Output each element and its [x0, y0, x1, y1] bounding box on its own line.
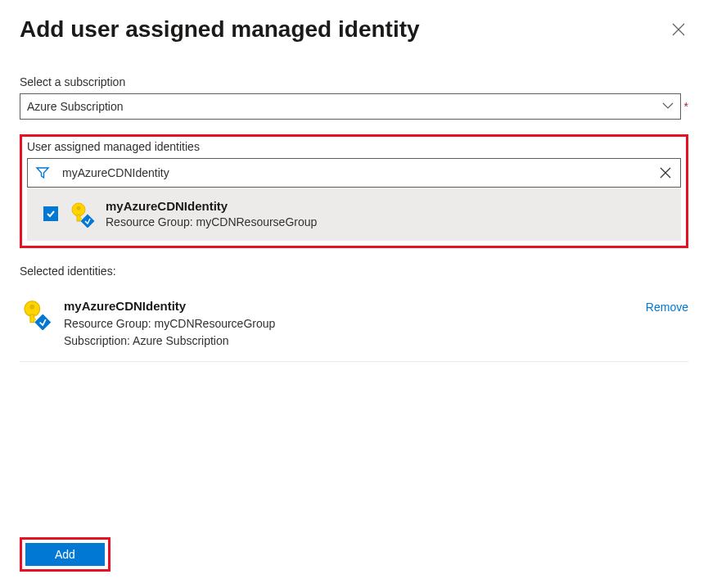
selected-info: myAzureCDNIdentity Resource Group: myCDN… [64, 297, 634, 351]
svg-rect-3 [79, 218, 82, 219]
svg-point-1 [77, 206, 81, 210]
footer: Add [20, 537, 110, 572]
managed-identity-icon [20, 297, 52, 330]
selected-section: Selected identities: myAzureCDNIdentity … [20, 265, 688, 363]
identities-highlight-box: User assigned managed identities myAzure… [20, 134, 688, 248]
filter-row [27, 158, 681, 188]
identity-info: myAzureCDNIdentity Resource Group: myCDN… [106, 197, 317, 231]
close-button[interactable] [669, 20, 688, 39]
subscription-dropdown[interactable]: Azure Subscription [20, 93, 681, 120]
svg-rect-4 [81, 215, 95, 228]
subscription-label: Select a subscription [20, 75, 688, 88]
selected-resource-group: Resource Group: myCDNResourceGroup [64, 315, 634, 332]
filter-input[interactable] [57, 166, 651, 179]
close-icon [660, 167, 671, 179]
selected-label: Selected identities: [20, 265, 688, 278]
check-icon [46, 209, 56, 219]
add-button[interactable]: Add [25, 543, 105, 566]
remove-button[interactable]: Remove [646, 301, 688, 314]
svg-point-6 [29, 304, 34, 309]
add-highlight-box: Add [20, 537, 110, 572]
required-indicator: * [684, 100, 688, 113]
panel-header: Add user assigned managed identity [20, 16, 688, 43]
svg-rect-9 [34, 314, 51, 329]
filter-icon [28, 165, 57, 180]
identity-result-row[interactable]: myAzureCDNIdentity Resource Group: myCDN… [27, 188, 681, 241]
identity-resource-group: Resource Group: myCDNResourseGroup [106, 215, 317, 231]
selected-identity-row: myAzureCDNIdentity Resource Group: myCDN… [20, 283, 688, 363]
identities-label: User assigned managed identities [27, 140, 681, 153]
identity-checkbox[interactable] [43, 206, 58, 221]
selected-identity-name: myAzureCDNIdentity [64, 297, 634, 316]
clear-filter-button[interactable] [651, 167, 680, 179]
subscription-row: Azure Subscription * [20, 93, 688, 120]
selected-subscription: Subscription: Azure Subscription [64, 332, 634, 350]
managed-identity-icon [68, 200, 96, 228]
close-icon [672, 23, 685, 36]
panel-title: Add user assigned managed identity [20, 16, 420, 43]
subscription-section: Select a subscription Azure Subscription… [20, 75, 688, 120]
subscription-value: Azure Subscription [27, 100, 124, 113]
svg-rect-8 [33, 318, 36, 319]
chevron-down-icon [662, 101, 674, 112]
identity-name: myAzureCDNIdentity [106, 197, 317, 215]
